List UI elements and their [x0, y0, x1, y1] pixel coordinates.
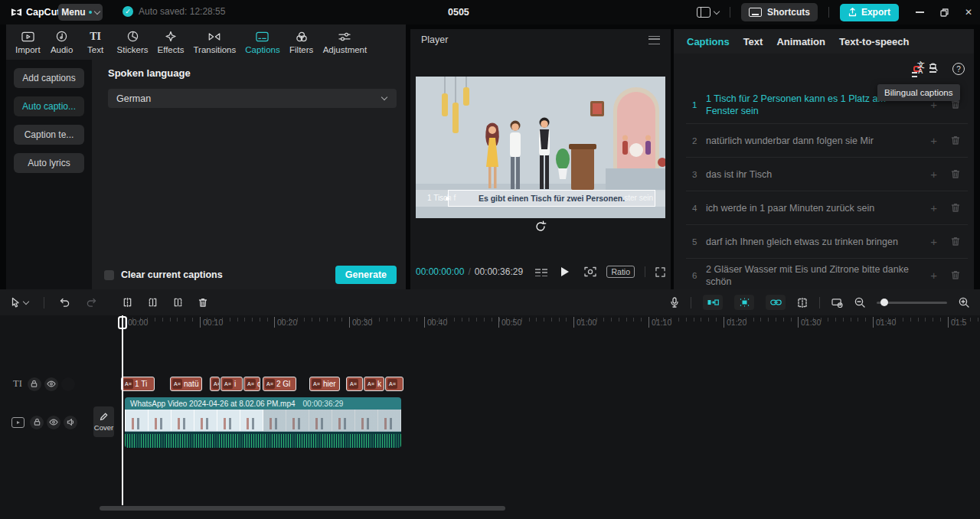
caption-clip[interactable]: A≡ 1 Ti	[121, 377, 155, 391]
zoom-slider-knob[interactable]	[880, 299, 888, 306]
caption-drag-handle[interactable]	[446, 197, 449, 201]
delete-left-icon[interactable]	[148, 298, 158, 307]
delete-caption-icon[interactable]	[951, 270, 960, 280]
add-caption-icon[interactable]: +	[930, 168, 937, 181]
add-caption-icon[interactable]: +	[930, 235, 937, 248]
caption-clip[interactable]: A≡	[385, 377, 403, 391]
lock-track-icon[interactable]	[30, 416, 44, 429]
split-icon[interactable]	[122, 298, 132, 307]
delete-right-icon[interactable]	[173, 298, 183, 307]
ruler-tick-label: 00:10	[200, 317, 223, 328]
preview-axis-icon[interactable]	[797, 298, 808, 308]
caption-clip[interactable]: A≡ hier	[309, 377, 340, 391]
caption-row[interactable]: 2 natürlich wunderbar dann folgen sie Mi…	[686, 124, 968, 158]
delete-caption-icon[interactable]	[951, 203, 960, 213]
caption-clip[interactable]: A≡ natü	[170, 377, 202, 391]
tab[interactable]: Text	[743, 36, 763, 47]
caption-row[interactable]: 5 darf ich Ihnen gleich etwas zu trinken…	[686, 225, 968, 259]
autosave-text: Auto saved: 12:28:55	[139, 6, 225, 17]
caption-number: 3	[692, 170, 697, 179]
add-caption-icon[interactable]: +	[930, 269, 937, 282]
caption-clip-label: 1 Ti	[135, 380, 147, 388]
play-button[interactable]	[561, 267, 569, 276]
tab[interactable]: Text-to-speech	[839, 36, 910, 47]
tab[interactable]: Captions	[687, 36, 730, 47]
search-captions-icon[interactable]	[929, 63, 944, 75]
redo-icon[interactable]	[86, 298, 96, 307]
keyboard-icon	[749, 8, 762, 17]
record-voiceover-icon[interactable]	[670, 297, 679, 308]
zoom-out-icon[interactable]	[854, 297, 865, 308]
timeline-zoom-slider[interactable]	[877, 302, 947, 304]
close-button[interactable]: ✕	[965, 8, 972, 17]
delete-caption-icon[interactable]	[951, 135, 960, 145]
video-clip[interactable]: WhatsApp Video 2024-04-26 at 8.02.06 PM.…	[125, 397, 401, 448]
sidebar-item[interactable]: Add captions	[14, 68, 84, 88]
tab[interactable]: Animation	[776, 36, 825, 47]
caption-badge-icon: A≡	[312, 379, 322, 389]
caption-row[interactable]: 3 das ist ihr Tisch +	[686, 158, 968, 191]
toggle-track-visibility-icon[interactable]	[47, 416, 60, 429]
caption-badge-icon: A≡	[246, 379, 256, 389]
layout-button[interactable]	[697, 7, 719, 18]
check-icon: ✓	[122, 6, 133, 17]
ratio-button[interactable]: Ratio	[606, 266, 635, 278]
toolbar-item-text[interactable]: TI Text	[83, 30, 108, 54]
playhead-line[interactable]	[122, 315, 123, 505]
menu-button[interactable]: Menu	[58, 4, 103, 21]
add-caption-icon[interactable]: +	[930, 134, 937, 147]
playhead-handle[interactable]	[118, 316, 127, 329]
caption-clip[interactable]: A≡ 2 Gl	[263, 377, 296, 391]
toolbar-item-transitions[interactable]: Transitions	[193, 30, 236, 54]
delete-caption-icon[interactable]	[951, 237, 960, 246]
delete-icon[interactable]	[198, 298, 207, 308]
sidebar-item[interactable]: Auto captio...	[14, 96, 84, 116]
fullscreen-icon[interactable]	[655, 267, 665, 277]
minimize-button[interactable]	[916, 11, 924, 13]
caption-clip[interactable]: A≡	[210, 377, 220, 391]
player-caption-box[interactable]: Es gibt einen Tisch für zwei Personen.	[448, 190, 655, 207]
sidebar-item[interactable]: Caption te...	[14, 125, 84, 145]
undo-icon[interactable]	[60, 298, 70, 307]
select-tool[interactable]	[11, 297, 28, 308]
add-caption-icon[interactable]: +	[930, 201, 937, 214]
caption-clip[interactable]: A≡	[346, 377, 363, 391]
rotate-handle[interactable]	[534, 220, 547, 233]
toolbar-item-captions[interactable]: Captions	[245, 30, 279, 54]
toolbar-item-filters[interactable]: Filters	[289, 30, 314, 54]
caption-clip[interactable]: A≡ k	[364, 377, 384, 391]
video-filmstrip	[125, 410, 401, 432]
language-select[interactable]: German	[108, 89, 397, 108]
player-menu-icon[interactable]	[648, 36, 660, 44]
caption-clip[interactable]: A≡ d	[243, 377, 260, 391]
shortcuts-button[interactable]: Shortcuts	[741, 3, 818, 21]
speaker-icon[interactable]	[64, 416, 77, 429]
frame-view-icon[interactable]	[535, 267, 547, 276]
sidebar-item[interactable]: Auto lyrics	[14, 153, 84, 173]
generate-button[interactable]: Generate	[335, 266, 397, 284]
zoom-in-icon[interactable]	[959, 297, 969, 308]
restore-button[interactable]	[940, 8, 949, 17]
export-button[interactable]: Export	[840, 4, 899, 21]
timeline-ruler[interactable]: 00:0000:1000:2000:3000:4000:5001:0001:10…	[0, 315, 980, 331]
help-icon[interactable]: ?	[952, 63, 965, 75]
caption-row[interactable]: 6 2 Gläser Wasser mit Eis und Zitrone bi…	[686, 259, 968, 289]
toolbar-item-adjustment[interactable]: Adjustment	[323, 30, 368, 54]
delete-caption-icon[interactable]	[951, 169, 960, 179]
clear-captions-checkbox[interactable]	[104, 270, 114, 280]
toolbar-item-audio[interactable]: Audio	[50, 30, 74, 54]
horizontal-scrollbar[interactable]	[100, 506, 505, 511]
magnetism-toggle[interactable]	[703, 295, 723, 310]
toolbar-item-effects[interactable]: Effects	[158, 30, 185, 54]
caption-row[interactable]: 4 ich werde in 1 paar Minuten zurück sei…	[686, 191, 968, 225]
toolbar-item-import[interactable]: Import	[15, 30, 41, 54]
video-preview[interactable]: 1 Tisch f ster sein Es gibt einen Tisch …	[416, 77, 665, 218]
focus-icon[interactable]	[584, 266, 596, 277]
timeline-preview-icon[interactable]	[831, 298, 843, 308]
divider	[645, 266, 645, 277]
linking-toggle[interactable]	[766, 295, 786, 310]
cover-button[interactable]: Cover	[93, 406, 114, 437]
caption-clip[interactable]: A≡ i	[220, 377, 243, 391]
toolbar-item-stickers[interactable]: Stickers	[117, 30, 149, 54]
snapping-toggle[interactable]	[734, 295, 754, 310]
